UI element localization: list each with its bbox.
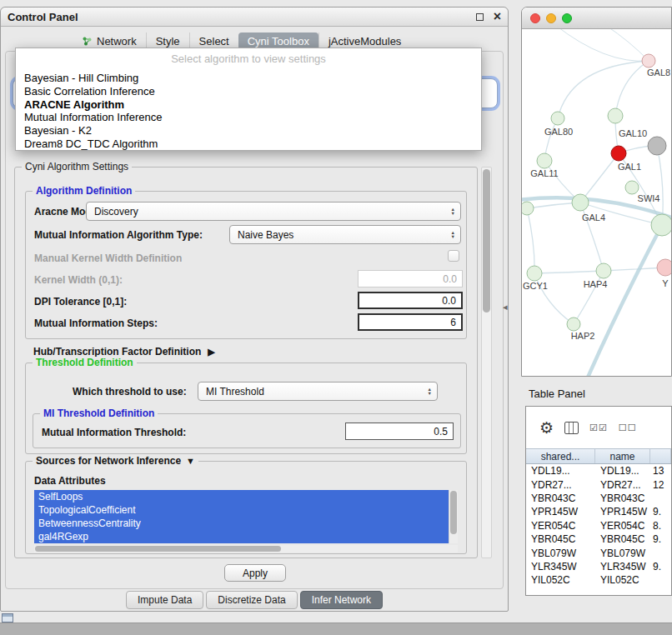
column-header-extra[interactable] [650,449,671,463]
manual-kernel-checkbox[interactable] [448,250,459,262]
network-node[interactable] [657,259,671,276]
collapse-down-icon[interactable]: ▼ [186,456,195,466]
list-horizontal-scrollbar-thumb[interactable] [35,546,281,552]
which-threshold-label: Which threshold to use: [73,386,187,398]
network-edge[interactable] [527,208,534,273]
table-row[interactable]: YIL052CYIL052C [526,573,671,587]
mi-type-value: Naive Bayes [238,229,293,241]
network-edge[interactable] [580,153,619,202]
mi-steps-input[interactable] [358,313,463,331]
which-threshold-select[interactable]: MI Threshold [198,382,438,401]
bottom-tab-discretize-data[interactable]: Discretize Data [206,591,297,609]
table-row[interactable]: YBL079WYBL079W [526,546,671,559]
network-node[interactable] [625,181,639,194]
control-panel-titlebar: Control Panel × [1,8,508,27]
bottom-tab-infer-network[interactable]: Infer Network [300,591,383,609]
algorithm-option-mutual-information-inference[interactable]: Mutual Information Inference [16,111,481,124]
gear-icon[interactable]: ⚙ [539,420,554,436]
table-row[interactable]: YBR045CYBR045C9. [526,532,671,546]
kernel-width-input[interactable] [358,270,463,288]
close-icon[interactable]: × [494,10,501,23]
float-window-icon[interactable] [476,13,484,21]
table-body: YDL19...YDL19...13YDR27...YDR27...12YBR0… [526,464,671,595]
panel-splitter-handle[interactable] [503,300,509,313]
attribute-item-selfloops[interactable]: SelfLoops [34,490,449,503]
table-cell: YPR145W [526,506,595,518]
network-node[interactable] [567,318,580,331]
window-title: Control Panel [8,11,476,23]
aracne-mode-select[interactable]: Discovery [86,202,461,221]
table-cell: YER054C [595,520,650,532]
algorithm-option-bayesian-hill-climbing[interactable]: Bayesian - Hill Climbing [16,72,481,85]
list-vertical-scrollbar[interactable] [449,490,458,543]
algorithm-option-aracne-algorithm[interactable]: ARACNE Algorithm [16,98,481,112]
table-row[interactable]: YLR345WYLR345W9. [526,560,671,573]
network-edge[interactable] [558,61,649,118]
mi-steps-label: Mutual Information Steps: [34,318,158,329]
table-cell: YER054C [526,520,595,532]
network-canvas[interactable]: GAL8GAL80GAL10GAL11GAL1SWI4GAL4GCY1HAP4Y… [522,29,671,376]
network-node[interactable] [572,194,589,211]
list-horizontal-scrollbar[interactable] [34,545,458,552]
table-cell: YPR145W [595,506,650,518]
algorithm-definition-title: Algorithm Definition [33,185,135,197]
algorithm-option-bayesian-k2[interactable]: Bayesian - K2 [16,124,481,138]
settings-scrollbar-thumb[interactable] [483,169,490,312]
network-edge[interactable] [587,225,662,376]
sources-group: Sources for Network Inference ▼ Data Att… [25,461,467,554]
network-node[interactable] [651,214,671,236]
mi-type-select[interactable]: Naive Bayes [229,225,461,244]
columns-icon[interactable] [564,422,579,434]
network-node-label: GAL11 [530,168,558,178]
network-node[interactable] [596,263,611,278]
table-row[interactable]: YDL19...YDL19...13 [526,464,671,478]
minimized-window-icon[interactable] [2,613,13,622]
close-traffic-light-icon[interactable] [530,13,540,23]
network-node[interactable] [537,153,552,168]
algorithm-popup-list: Bayesian - Hill ClimbingBasic Correlatio… [16,72,481,151]
algorithm-option-dream8-dc-tdc-algorithm[interactable]: Dream8 DC_TDC Algorithm [16,138,481,151]
mi-threshold-input[interactable] [345,422,454,440]
settings-scrollbar[interactable] [481,167,492,558]
attribute-item-gal4rgexp[interactable]: gal4RGexp [34,530,449,543]
network-node[interactable] [608,108,623,123]
network-node[interactable] [522,202,534,215]
network-edge[interactable] [555,29,649,61]
network-node[interactable] [642,54,655,68]
table-cell: 9. [650,561,671,572]
zoom-traffic-light-icon[interactable] [562,13,572,23]
attribute-item-topologicalcoefficient[interactable]: TopologicalCoefficient [34,503,449,517]
table-row[interactable]: YER054CYER054C8. [526,519,671,532]
list-vertical-scrollbar-thumb[interactable] [450,491,457,534]
sources-title-text: Sources for Network Inference [36,455,181,467]
unchecked-boxes-icon[interactable]: ☐☐ [619,422,637,433]
apply-button[interactable]: Apply [224,564,286,582]
table-row[interactable]: YBR043CYBR043C [526,492,671,505]
dpi-tolerance-input[interactable] [358,292,463,309]
network-node[interactable] [527,266,542,281]
column-header-name[interactable]: name [595,449,650,463]
network-edge[interactable] [534,271,604,273]
minimize-traffic-light-icon[interactable] [546,13,556,23]
expand-right-icon[interactable]: ▶ [208,347,214,358]
column-header-shared[interactable]: shared... [526,449,595,463]
network-node[interactable] [551,112,564,125]
network-window-titlebar [522,8,671,29]
algorithm-option-basic-correlation-inference[interactable]: Basic Correlation Inference [16,85,481,98]
table-cell: YBR043C [526,492,595,504]
checked-boxes-icon[interactable]: ☑☑ [589,422,608,433]
network-node-label: GAL8 [647,68,670,78]
network-edge[interactable] [604,268,665,271]
attribute-item-betweennesscentrality[interactable]: BetweennessCentrality [34,517,449,530]
network-node[interactable] [611,146,626,161]
network-node[interactable] [648,137,666,155]
aracne-mode-value: Discovery [94,206,138,218]
table-row[interactable]: YDR27...YDR27...12 [526,478,671,491]
network-node-label: GCY1 [523,281,548,291]
network-node-label: HAP4 [584,279,608,289]
hub-definition-expander[interactable]: Hub/Transcription Factor Definition ▶ [33,346,215,358]
table-row[interactable]: YPR145WYPR145W9. [526,505,671,518]
bottom-tab-impute-data[interactable]: Impute Data [126,591,203,609]
data-attributes-list[interactable]: SelfLoopsTopologicalCoefficientBetweenne… [34,490,458,543]
network-edge[interactable] [615,61,649,116]
